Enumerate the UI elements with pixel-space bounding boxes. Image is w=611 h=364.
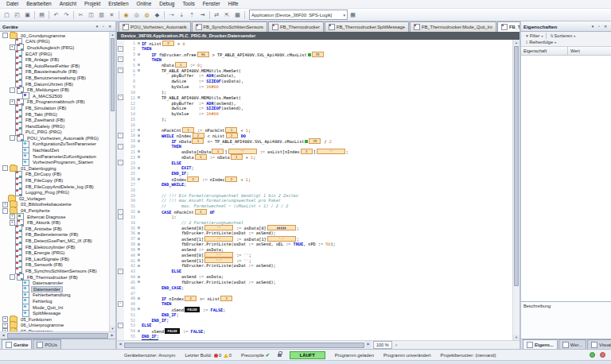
code-line-22[interactable]: 22 nData1 := nData1 + 1;	[117, 154, 512, 160]
tab-fb-synchroschlittensensors[interactable]: FB_SynchroSchlittenSensors	[192, 21, 267, 32]
menu-fenster[interactable]: Fenster	[199, 0, 224, 8]
code-line-5[interactable]: 5 nData1 := 0;	[117, 62, 512, 68]
panel-menu-icon[interactable]: ▾	[94, 24, 100, 29]
sort-button[interactable]: ⇅ Sortieren ▾	[547, 33, 578, 39]
code-line-12[interactable]: 12 pbyBuffer := ADR(asSend),	[117, 100, 512, 106]
navigator-tab-geräte[interactable]: Geräte	[2, 339, 32, 349]
code-line-51[interactable]: 51 END_IF;	[117, 312, 512, 317]
device-dialog-icon[interactable]: ▦	[348, 10, 357, 19]
close-icon[interactable]: ✕	[107, 24, 113, 29]
options-icon[interactable]: ▩	[233, 10, 242, 19]
scroll-down-icon[interactable]: ▼	[110, 326, 115, 331]
code-line-42[interactable]: 42 fbDrucker.PrintListe(asDat := asSend)…	[117, 263, 512, 269]
code-line-30[interactable]: 30 // !!! max Anzahl Formatierungswechse…	[117, 198, 512, 203]
code-line-44[interactable]: 44 asSend := asData;	[117, 274, 512, 280]
collapse-icon[interactable]: -	[10, 87, 15, 93]
collapse-icon[interactable]: -	[2, 208, 8, 214]
find-all-icon[interactable]: ◍	[142, 10, 151, 19]
scroll-right-icon[interactable]: ▶	[109, 332, 115, 339]
code-line-41[interactable]: 41 asSend[1]'-' := '';	[117, 258, 512, 263]
tab-fb-thermodrucker[interactable]: FB_Thermodrucker	[268, 21, 324, 32]
tree-item-mode-quit-ini[interactable]: Mode_Quit_Ini	[0, 304, 115, 311]
properties-list[interactable]	[521, 56, 611, 301]
run-to-cursor-icon[interactable]: ⇥	[198, 10, 207, 19]
tree-item-fb-meldungen-fb[interactable]: -FB_Meldungen (FB)	[0, 87, 115, 93]
code-line-37[interactable]: 37 asSend[1]'' := asData[1]'-';	[117, 236, 512, 242]
cut-icon[interactable]: ✂	[76, 10, 85, 19]
expand-icon[interactable]: +	[2, 316, 8, 322]
bookmark-icon[interactable]: ◆	[153, 10, 162, 19]
menu-projekt[interactable]: Projekt	[80, 0, 104, 8]
tree-item-datensender[interactable]: Datensender	[0, 286, 115, 292]
menu-ansicht[interactable]: Ansicht	[56, 0, 80, 8]
code-line-45[interactable]: 45 fbDrucker.PrintListe(asDat := asSend)…	[117, 279, 512, 285]
tree-horizontal-scrollbar[interactable]: ◀ ▶	[0, 331, 115, 339]
scrollbar-thumb[interactable]	[7, 333, 108, 339]
code-line-13[interactable]: 13 dwSize := SIZEOF(asSend),	[117, 106, 512, 111]
pin-icon[interactable]: ▫	[596, 24, 602, 29]
menu-online[interactable]: Online	[133, 0, 156, 8]
tree-vertical-scrollbar[interactable]: ▲ ▼	[109, 32, 115, 331]
sort-order-button[interactable]: ⇩ Reihenfolge ▾	[523, 39, 609, 45]
menu-hilfe[interactable]: Hilfe	[224, 0, 243, 8]
code-line-55[interactable]: 55END_IF;	[117, 334, 512, 339]
scrollbar-thumb[interactable]	[514, 46, 519, 286]
tree-item-fehlerbehandlung[interactable]: Fehlerbehandlung	[0, 292, 115, 299]
scrollbar-thumb[interactable]	[111, 38, 115, 111]
panel-menu-icon[interactable]: ▾	[590, 24, 596, 29]
active-application-selector[interactable]: Application [Device_36F00: SPS-Logik]▾	[249, 10, 348, 20]
tree-item-konfigurationzutextparameter[interactable]: KonfigurationZuTextParameter	[0, 141, 115, 148]
column-wert[interactable]: Wert	[568, 47, 582, 55]
dock-tab-eigens[interactable]: Eigens...	[523, 339, 558, 349]
close-icon[interactable]: ✕	[602, 24, 609, 29]
filter-button[interactable]: ▼ Filter ▾	[523, 33, 545, 39]
save-icon[interactable]: ▣	[23, 10, 32, 19]
code-line-54[interactable]: 54 xSendFALSE := FALSE;	[117, 328, 512, 334]
code-line-28[interactable]: 28	[117, 187, 512, 192]
tree-item-pou-vorheizen-automatik-prg[interactable]: -POU_Vorheizen_Automatik (PRG)	[0, 135, 115, 141]
open-file-icon[interactable]: ◰	[13, 10, 21, 19]
collapse-icon[interactable]: -	[2, 165, 8, 171]
code-line-8[interactable]: 8 dwSize := SIZEOF(asData),	[117, 79, 512, 84]
code-editor[interactable]: 1IF nList2 > 0−2THEN3 IF fbDrucker.nFree…	[117, 40, 512, 340]
pin-icon[interactable]: ▫	[100, 24, 107, 29]
expand-icon[interactable]: +	[2, 323, 8, 328]
scroll-up-icon[interactable]: ▲	[110, 32, 115, 37]
editor-zoom-control[interactable]: 100 %	[373, 341, 392, 349]
scroll-left-icon[interactable]: ◀	[0, 332, 6, 339]
code-line-52[interactable]: 52 END_IF;	[117, 317, 512, 323]
code-line-33[interactable]: −33 1:	[117, 215, 512, 220]
collapse-icon[interactable]: -	[2, 33, 8, 38]
code-line-6[interactable]: −6 TP_ABLE_API400V.MEMUtils.MemSet(	[117, 68, 512, 73]
code-line-1[interactable]: 1IF nList2 > 0	[117, 41, 512, 46]
new-file-icon[interactable]: ▢	[2, 10, 11, 19]
code-line-3[interactable]: 3 IF fbDrucker.nFree96 > TP_ABLE_API400V…	[117, 52, 512, 57]
dock-tab-visualisierungs[interactable]: Visualisierungs...	[587, 339, 611, 349]
code-line-23[interactable]: −23 ELSE	[117, 160, 512, 165]
code-line-10[interactable]: 10 );	[117, 89, 512, 95]
step-out-icon[interactable]: ⇡	[188, 10, 197, 19]
tree-item-textparameterzukonfiguration[interactable]: TextParameterZuKonfiguration	[0, 153, 115, 160]
scroll-down-icon[interactable]: ▼	[513, 335, 520, 340]
code-line-24[interactable]: 24 EXIT;	[117, 165, 512, 171]
print-icon[interactable]: ▤	[37, 10, 46, 19]
redo-icon[interactable]: ↷	[62, 10, 71, 19]
undo-icon[interactable]: ↶	[52, 10, 60, 19]
code-line-50[interactable]: 50 xSendFALSE := FALSE;	[117, 307, 512, 312]
code-line-26[interactable]: 26 nIndex2 := nIndex2 + 1;	[117, 176, 512, 182]
navigator-tab-pous[interactable]: POUs	[33, 339, 60, 349]
code-line-48[interactable]: 48 IF nIndex2 >= nList2	[117, 296, 512, 301]
compare-icon[interactable]: ⇄	[212, 10, 221, 19]
collapse-icon[interactable]: -	[10, 274, 15, 280]
export-icon[interactable]: ⇱	[223, 10, 232, 19]
code-line-32[interactable]: −32 CASE nPackCnt1 OF	[117, 209, 512, 215]
scroll-up-icon[interactable]: ▲	[513, 40, 520, 45]
expand-icon[interactable]: +	[10, 99, 15, 105]
code-line-43[interactable]: −43 ELSE	[117, 269, 512, 274]
expand-icon[interactable]: +	[2, 202, 8, 207]
dock-tab-wer[interactable]: Wer...	[558, 339, 586, 349]
scroll-right-icon[interactable]: ▶	[365, 341, 372, 349]
tab-fb-thermodrucker-mode-quit-ini[interactable]: FB_Thermodrucker.Mode_Quit_Ini	[410, 21, 496, 32]
collapse-icon[interactable]: -	[10, 135, 15, 141]
magnifier-icon[interactable]: ⌕	[394, 343, 399, 348]
